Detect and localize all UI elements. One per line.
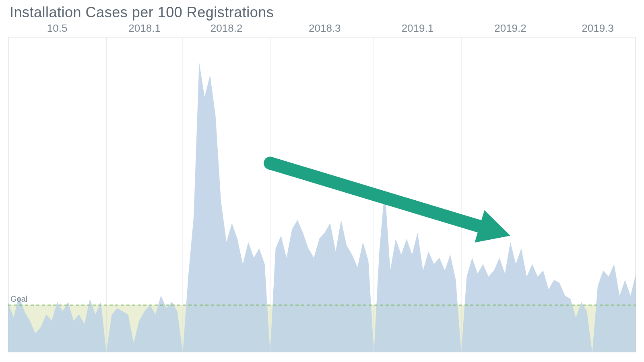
goal-label: Goal	[10, 294, 27, 303]
x-axis-label: 2018.1	[128, 23, 161, 34]
x-axis-label: 2019.1	[402, 23, 434, 34]
trend-arrow-icon	[268, 157, 511, 243]
chart-title: Installation Cases per 100 Registrations	[10, 4, 636, 21]
chart-area: Goal10.52018.12018.22018.32019.12019.220…	[8, 23, 636, 352]
x-axis-label: 2018.2	[211, 23, 243, 34]
x-axis-label: 2019.3	[582, 23, 614, 34]
x-axis-label: 10.5	[47, 23, 68, 34]
x-axis-label: 2018.3	[309, 23, 341, 34]
x-axis-label: 2019.2	[494, 23, 526, 34]
trend-arrow-cap	[264, 157, 277, 170]
